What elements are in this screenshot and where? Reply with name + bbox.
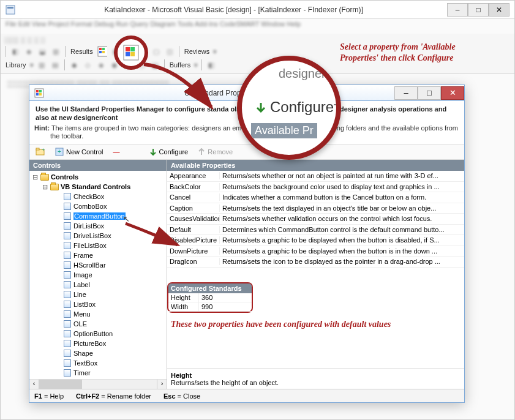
main-close-button[interactable]: ✕ [489, 3, 509, 17]
configured-width[interactable]: Width990 [168, 302, 252, 312]
available-properties-header: Available Properties [167, 160, 464, 171]
prop-row-causesvalidation[interactable]: CausesValidationReturns/sets whether val… [167, 214, 464, 225]
toolbar-icon[interactable]: ⬓ [149, 59, 160, 70]
svg-rect-6 [102, 51, 105, 53]
main-min-button[interactable]: – [447, 3, 468, 17]
dialog-toolbar: + +New Control — Configure Remove [29, 144, 464, 160]
results-button[interactable]: Results [69, 48, 94, 55]
tree-item-dirlistbox[interactable]: DirListBox [32, 221, 167, 231]
toolbar-icon[interactable]: ⬓ [37, 46, 48, 57]
ui-standards-icon[interactable] [97, 46, 108, 57]
remove-button[interactable]: Remove [195, 147, 235, 157]
prop-row-caption[interactable]: CaptionReturns/sets the text displayed i… [167, 203, 464, 214]
prop-row-appearance[interactable]: AppearanceReturns/sets whether or not an… [167, 171, 464, 182]
tree-item-combobox[interactable]: ComboBox [32, 201, 167, 211]
toolbar-icon[interactable]: ◫ [164, 46, 175, 57]
controls-tree[interactable]: ⊟Controls⊟VB Standard ControlsCheckBoxCo… [29, 171, 167, 379]
controls-pane: Controls ⊟Controls⊟VB Standard ControlsC… [29, 160, 167, 389]
svg-rect-8 [126, 47, 130, 51]
main-titlebar[interactable]: KatiaIndexer - Microsoft Visual Basic [d… [1, 1, 514, 19]
toolbar-icon[interactable]: ▢ [151, 46, 162, 57]
svg-rect-16 [39, 93, 42, 96]
tree-item-shape[interactable]: Shape [32, 348, 167, 358]
configured-standards-box: Configured Standards Height360Width990 [167, 282, 253, 313]
prop-row-dragicon[interactable]: DragIconReturns/sets the icon to be disp… [167, 257, 464, 268]
configured-standards-header: Configured Standards [168, 283, 252, 293]
desc-name: Height [171, 372, 192, 379]
svg-rect-14 [39, 90, 42, 92]
menubar[interactable]: File Edit View Project Format Debug Run … [1, 19, 514, 34]
toolbar-icon[interactable]: ◈ [23, 46, 34, 57]
tree-item-label[interactable]: Label [32, 280, 167, 290]
dialog-min-button[interactable]: – [394, 86, 418, 100]
configure-button[interactable]: Configure [147, 147, 191, 157]
available-properties-list[interactable]: AppearanceReturns/sets whether or not an… [167, 171, 464, 280]
tree-item-picturebox[interactable]: PictureBox [32, 339, 167, 348]
toolbar-icon[interactable]: ◆ [69, 59, 80, 70]
svg-rect-18 [36, 148, 39, 150]
dialog-max-button[interactable]: □ [418, 86, 441, 100]
tree-root[interactable]: ⊟Controls [32, 172, 167, 182]
tree-item-image[interactable]: Image [32, 270, 167, 280]
tree-item-timer[interactable]: Timer [32, 368, 167, 378]
delete-button[interactable]: — [111, 147, 122, 157]
toolbar-icon[interactable]: ◧ [10, 46, 21, 57]
dialog-icon [34, 88, 44, 98]
toolbar-icon[interactable]: ◈ [96, 59, 107, 70]
svg-rect-5 [99, 51, 102, 53]
svg-rect-10 [126, 52, 130, 56]
svg-text:+: + [42, 148, 45, 153]
prop-row-downpicture[interactable]: DownPictureReturns/sets a graphic to be … [167, 246, 464, 257]
prop-row-default[interactable]: DefaultDetermines which CommandButton co… [167, 225, 464, 236]
tree-item-filelistbox[interactable]: FileListBox [32, 241, 167, 250]
prop-row-cancel[interactable]: CancelIndicates whether a command button… [167, 192, 464, 203]
prop-row-disabledpicture[interactable]: DisabledPictureReturns/sets a graphic to… [167, 235, 464, 246]
annotation-select: Select a property from 'Available Proper… [340, 42, 468, 64]
toolbar-icon[interactable]: ▥ [50, 46, 61, 57]
prop-row-backcolor[interactable]: BackColorReturns/sets the background col… [167, 182, 464, 193]
tree-item-checkbox[interactable]: CheckBox [32, 192, 167, 201]
toolbar-icon[interactable]: ◧ [206, 59, 217, 70]
main-max-button[interactable]: □ [468, 3, 489, 17]
svg-rect-11 [130, 52, 135, 56]
reviews-button[interactable]: Reviews [183, 48, 211, 55]
buffers-button[interactable]: Buffers [168, 61, 192, 69]
svg-rect-9 [130, 47, 135, 51]
svg-text:+: + [58, 148, 61, 155]
configured-height[interactable]: Height360 [168, 293, 252, 302]
dialog-title: UI Standard Properties [49, 89, 394, 97]
svg-rect-13 [36, 90, 39, 92]
tree-item-ole[interactable]: OLE [32, 319, 167, 329]
tree-item-commandbutton[interactable]: CommandButton↖ [32, 211, 167, 221]
svg-rect-15 [36, 93, 39, 96]
tree-item-optionbutton[interactable]: OptionButton [32, 329, 167, 339]
new-folder-button[interactable]: + [33, 146, 48, 157]
toolbar-icon[interactable]: ◇ [82, 59, 93, 70]
tree-item-hscrollbar[interactable]: HScrollBar [32, 260, 167, 270]
desc-text: Returns/sets the height of an object. [171, 379, 279, 386]
tree-hscrollbar[interactable]: ‹› [29, 379, 167, 389]
tree-item-line[interactable]: Line [32, 290, 167, 299]
property-description: Height Returns/sets the height of an obj… [167, 369, 464, 389]
toolbar-icon[interactable]: ▤ [50, 59, 61, 70]
tree-item-drivelistbox[interactable]: DriveListBox [32, 231, 167, 241]
dialog-statusbar: F1 = Help Ctrl+F2 = Rename folder Esc = … [29, 389, 464, 402]
toolbar-icon[interactable]: ▥ [36, 59, 47, 70]
app-icon [6, 5, 15, 15]
controls-header: Controls [29, 160, 167, 171]
new-control-button[interactable]: +New Control [53, 146, 106, 157]
tree-item-textbox[interactable]: TextBox [32, 358, 167, 368]
main-title: KatiaIndexer - Microsoft Visual Basic [d… [20, 6, 447, 14]
library-button[interactable]: Library [4, 61, 28, 69]
dialog-close-button[interactable]: ✕ [441, 86, 464, 100]
tree-item-frame[interactable]: Frame [32, 250, 167, 260]
tree-item-listbox[interactable]: ListBox [32, 299, 167, 309]
annotation-configured: These two properties have been configure… [171, 319, 460, 330]
svg-rect-4 [102, 48, 105, 50]
svg-rect-3 [99, 48, 102, 50]
tree-folder[interactable]: ⊟VB Standard Controls [32, 182, 167, 192]
magnifier-lens: designers Configure Available Pr T [237, 56, 341, 160]
tree-item-menu[interactable]: Menu [32, 309, 167, 319]
highlight-circle-icon [114, 36, 148, 70]
properties-pane: Available Properties AppearanceReturns/s… [167, 160, 464, 389]
